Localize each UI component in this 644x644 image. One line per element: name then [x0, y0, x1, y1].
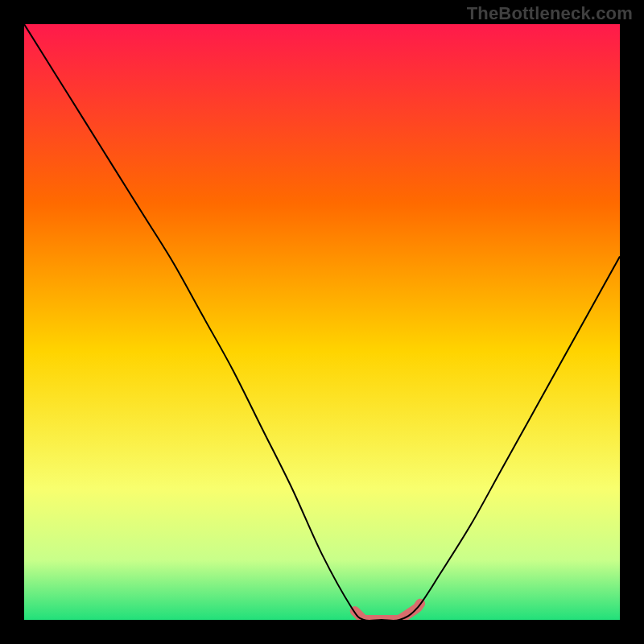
- bottleneck-curve-chart: [24, 24, 620, 620]
- gradient-background: [24, 24, 620, 620]
- chart-frame: TheBottleneck.com: [0, 0, 644, 644]
- watermark-text: TheBottleneck.com: [467, 3, 633, 24]
- plot-area: [24, 24, 620, 620]
